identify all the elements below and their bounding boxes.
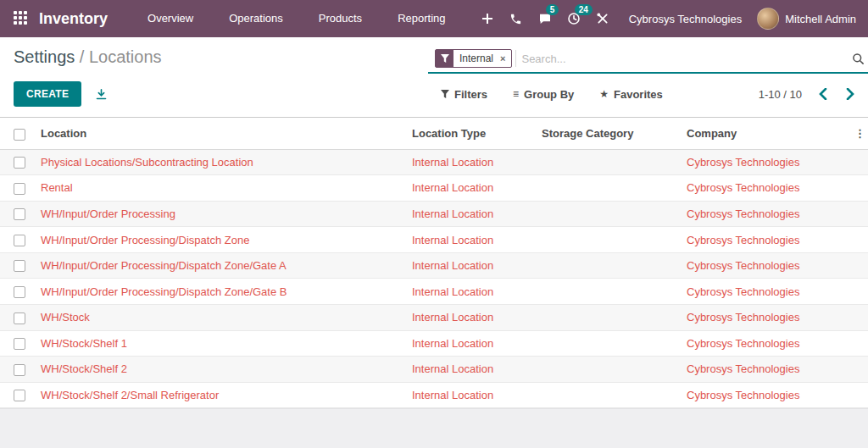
cell-storage-category[interactable] — [538, 175, 683, 202]
favorites-button[interactable]: ★ Favorites — [599, 88, 663, 101]
cell-storage-category[interactable] — [538, 279, 683, 305]
column-header-storage-category[interactable]: Storage Category — [538, 118, 683, 149]
control-panel: Settings / Locations Internal × CREATE F — [0, 37, 868, 117]
menu-operations[interactable]: Operations — [211, 0, 301, 37]
row-checkbox[interactable] — [14, 312, 25, 324]
cell-location[interactable]: WH/Stock/Shelf 1 — [37, 330, 409, 357]
table-row[interactable]: WH/Input/Order Processing Internal Locat… — [0, 201, 868, 227]
app-name[interactable]: Inventory — [39, 10, 108, 28]
cell-company[interactable]: Cybrosys Technologies — [683, 382, 851, 408]
breadcrumb: Settings / Locations — [14, 46, 162, 67]
row-checkbox[interactable] — [14, 390, 25, 401]
search-icon[interactable] — [852, 53, 865, 65]
cell-location[interactable]: WH/Input/Order Processing/Dispatch Zone/… — [37, 279, 409, 305]
row-checkbox[interactable] — [14, 157, 25, 169]
cell-location[interactable]: WH/Input/Order Processing/Dispatch Zone/… — [37, 252, 409, 279]
cell-location[interactable]: Rental — [37, 175, 409, 202]
row-checkbox[interactable] — [14, 208, 25, 220]
cell-company[interactable]: Cybrosys Technologies — [683, 252, 851, 279]
cell-company[interactable]: Cybrosys Technologies — [683, 304, 851, 330]
cell-location-type[interactable]: Internal Location — [409, 175, 538, 202]
column-header-company[interactable]: Company — [683, 118, 851, 149]
create-button[interactable]: CREATE — [14, 81, 81, 107]
apps-grid-icon[interactable] — [14, 11, 29, 26]
cell-location[interactable]: WH/Input/Order Processing/Dispatch Zone — [37, 227, 409, 253]
cell-storage-category[interactable] — [538, 149, 683, 175]
cell-location-type[interactable]: Internal Location — [409, 330, 538, 357]
row-checkbox[interactable] — [14, 183, 25, 195]
column-header-location[interactable]: Location — [37, 118, 409, 149]
cell-location[interactable]: WH/Input/Order Processing — [37, 201, 409, 227]
pager-range[interactable]: 1-10 / 10 — [759, 88, 802, 101]
cell-storage-category[interactable] — [538, 382, 683, 408]
cell-storage-category[interactable] — [538, 330, 683, 357]
row-checkbox[interactable] — [14, 364, 25, 376]
row-checkbox[interactable] — [14, 338, 25, 350]
cell-location-type[interactable]: Internal Location — [409, 201, 538, 227]
cell-location-type[interactable]: Internal Location — [409, 149, 538, 175]
search-input[interactable] — [515, 50, 852, 67]
filters-button[interactable]: Filters — [441, 88, 487, 101]
cell-location[interactable]: WH/Stock/Shelf 2/Small Refrigerator — [37, 382, 409, 408]
user-avatar — [757, 8, 779, 30]
menu-products[interactable]: Products — [301, 0, 380, 37]
company-switcher[interactable]: Cybrosys Technologies — [629, 13, 742, 25]
cell-location-type[interactable]: Internal Location — [409, 357, 538, 383]
table-header-row: Location Location Type Storage Category … — [0, 118, 868, 149]
export-download-icon[interactable] — [95, 88, 108, 101]
cell-company[interactable]: Cybrosys Technologies — [683, 175, 851, 202]
tools-icon[interactable] — [588, 0, 617, 37]
cell-storage-category[interactable] — [538, 227, 683, 253]
top-navbar: Inventory Overview Operations Products R… — [0, 0, 868, 37]
select-all-checkbox[interactable] — [14, 129, 25, 141]
menu-reporting[interactable]: Reporting — [380, 0, 463, 37]
table-row[interactable]: Physical Locations/Subcontracting Locati… — [0, 149, 868, 175]
phone-icon[interactable] — [502, 0, 531, 37]
filter-funnel-icon — [436, 50, 453, 67]
cell-company[interactable]: Cybrosys Technologies — [683, 227, 851, 253]
cell-company[interactable]: Cybrosys Technologies — [683, 357, 851, 383]
cell-location[interactable]: WH/Stock/Shelf 2 — [37, 357, 409, 383]
table-row[interactable]: WH/Input/Order Processing/Dispatch Zone/… — [0, 279, 868, 305]
cell-location-type[interactable]: Internal Location — [409, 304, 538, 330]
content-footer-area — [0, 408, 868, 448]
table-row[interactable]: WH/Stock/Shelf 2 Internal Location Cybro… — [0, 357, 868, 383]
cell-location[interactable]: Physical Locations/Subcontracting Locati… — [37, 149, 409, 175]
row-checkbox[interactable] — [14, 235, 25, 246]
cell-location[interactable]: WH/Stock — [37, 304, 409, 330]
user-menu[interactable]: Mitchell Admin — [757, 8, 856, 30]
cell-company[interactable]: Cybrosys Technologies — [683, 201, 851, 227]
table-row[interactable]: WH/Input/Order Processing/Dispatch Zone … — [0, 227, 868, 253]
cell-location-type[interactable]: Internal Location — [409, 279, 538, 305]
cell-company[interactable]: Cybrosys Technologies — [683, 330, 851, 357]
facet-remove-icon[interactable]: × — [499, 50, 511, 67]
table-row[interactable]: WH/Stock/Shelf 2/Small Refrigerator Inte… — [0, 382, 868, 408]
cell-location-type[interactable]: Internal Location — [409, 252, 538, 279]
table-row[interactable]: WH/Stock/Shelf 1 Internal Location Cybro… — [0, 330, 868, 357]
cell-storage-category[interactable] — [538, 304, 683, 330]
table-row[interactable]: WH/Input/Order Processing/Dispatch Zone/… — [0, 252, 868, 279]
main-menu: Overview Operations Products Reporting — [130, 0, 463, 37]
table-row[interactable]: WH/Stock Internal Location Cybrosys Tech… — [0, 304, 868, 330]
messages-icon[interactable]: 5 — [531, 0, 559, 37]
row-checkbox[interactable] — [14, 260, 25, 272]
breadcrumb-settings[interactable]: Settings — [14, 47, 75, 66]
cell-storage-category[interactable] — [538, 252, 683, 279]
search-facet-internal: Internal × — [435, 49, 512, 68]
row-checkbox[interactable] — [14, 286, 25, 298]
cell-storage-category[interactable] — [538, 201, 683, 227]
activities-icon[interactable]: 24 — [559, 0, 588, 37]
cell-company[interactable]: Cybrosys Technologies — [683, 149, 851, 175]
pager-previous-icon[interactable] — [819, 88, 827, 100]
pager-next-icon[interactable] — [846, 88, 854, 100]
group-by-button[interactable]: ≡ Group By — [513, 88, 574, 101]
add-icon[interactable] — [473, 0, 502, 37]
column-header-location-type[interactable]: Location Type — [409, 118, 538, 149]
cell-location-type[interactable]: Internal Location — [409, 382, 538, 408]
cell-location-type[interactable]: Internal Location — [409, 227, 538, 253]
cell-storage-category[interactable] — [538, 357, 683, 383]
table-row[interactable]: Rental Internal Location Cybrosys Techno… — [0, 175, 868, 202]
optional-columns-icon[interactable]: ⋮ — [851, 118, 868, 149]
menu-overview[interactable]: Overview — [130, 0, 211, 37]
cell-company[interactable]: Cybrosys Technologies — [683, 279, 851, 305]
